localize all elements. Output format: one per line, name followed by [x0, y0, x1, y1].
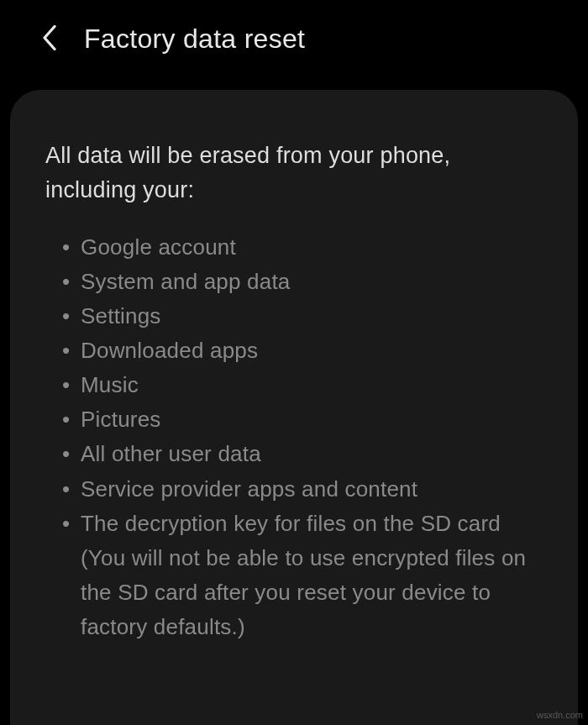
list-item: Settings: [81, 299, 544, 334]
list-item: Downloaded apps: [81, 334, 544, 368]
back-button[interactable]: [42, 25, 57, 54]
chevron-left-icon: [42, 25, 57, 54]
list-item: The decryption key for files on the SD c…: [81, 507, 544, 644]
header: Factory data reset: [0, 0, 588, 75]
list-item: Pictures: [81, 402, 544, 437]
list-item: Music: [81, 368, 544, 402]
list-item: System and app data: [81, 265, 544, 299]
page-title: Factory data reset: [84, 24, 305, 55]
list-item: Google account: [81, 230, 544, 265]
list-item: Service provider apps and content: [81, 472, 544, 507]
watermark: wsxdn.com: [537, 710, 583, 720]
content-card: All data will be erased from your phone,…: [10, 90, 578, 725]
bullet-list: Google account System and app data Setti…: [45, 230, 544, 644]
list-item: All other user data: [81, 437, 544, 471]
intro-text: All data will be erased from your phone,…: [45, 139, 544, 207]
